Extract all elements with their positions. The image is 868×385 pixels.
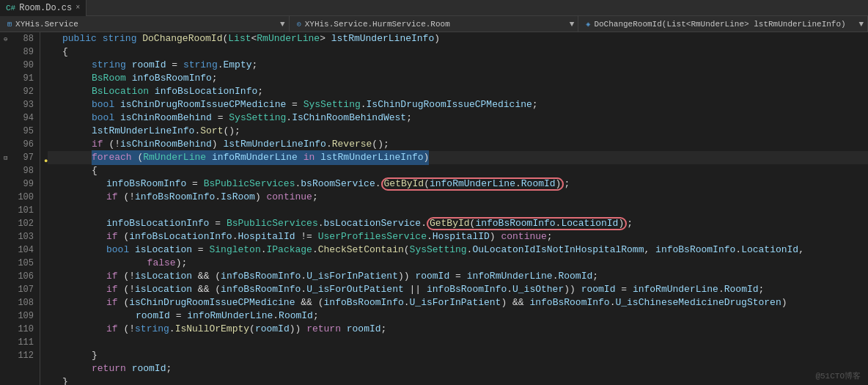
csharp-icon: C#	[6, 4, 15, 12]
line-number-111: 111	[0, 336, 40, 349]
class-dropdown-icon[interactable]: ▼	[570, 20, 575, 29]
line-number-88: ⊖88	[0, 32, 40, 45]
code-line-103: if (infoBsLocationInfo.HospitalId != Use…	[48, 230, 868, 243]
nav-namespace-text: XYHis.Service	[15, 20, 78, 29]
line-number-94: 94	[0, 111, 40, 125]
line-number-103: 103	[0, 230, 40, 243]
code-line-108: roomId = infoRmUnderLine.RoomId;	[48, 309, 868, 323]
code-line-91: BsRoom infoBsRoomInfo;	[48, 72, 868, 85]
code-line-105: if (!isLocation && (infoBsRoomInfo.U_isF…	[48, 270, 868, 283]
line-number-112: 112	[0, 349, 40, 362]
code-line-92: BsLocation infoBsLocationInfo;	[48, 85, 868, 98]
navigation-bar: ⊞ XYHis.Service ▼ ⊙ XYHis.Service.HurmSe…	[0, 16, 868, 32]
nav-class[interactable]: ⊙ XYHis.Service.HurmService.Room ▼	[290, 16, 579, 32]
line-number-102: 102	[0, 217, 40, 230]
code-line-99: infoBsRoomInfo = BsPublicServices.bsRoom…	[48, 177, 868, 191]
code-line-100: if (!infoBsRoomInfo.IsRoom) continue;	[48, 191, 868, 204]
title-bar: C# Room.Do.cs ×	[0, 0, 868, 16]
code-line-98: {	[48, 164, 868, 177]
code-line-104b: false);	[48, 257, 868, 270]
code-line-106: if (!isLocation && (infoBsRoomInfo.U_isF…	[48, 283, 868, 296]
code-line-90: string roomId = string.Empty;	[48, 59, 868, 72]
line-number-98: 98	[0, 164, 40, 177]
file-tab[interactable]: C# Room.Do.cs ×	[0, 0, 87, 16]
line-number-95: 95	[0, 125, 40, 138]
line-number-100: 100	[0, 191, 40, 204]
code-line-96: if (!isChinRoomBehind) lstRmUnderLineInf…	[48, 138, 868, 151]
line-number-105: 105	[0, 257, 40, 270]
method-icon: ◈	[586, 20, 590, 29]
line-number-93: 93	[0, 98, 40, 111]
code-line-97: ➤ ● foreach (RmUnderLine infoRmUnderLine…	[48, 151, 868, 164]
class-icon: ⊙	[297, 20, 301, 29]
code-line-88: public string DoChangeRoomId(List<RmUnde…	[48, 32, 868, 45]
namespace-dropdown-icon[interactable]: ▼	[280, 20, 285, 29]
namespace-icon: ⊞	[7, 20, 12, 29]
nav-method-text: DoChangeRoomId(List<RmUnderLine> lstRmUn…	[594, 20, 845, 29]
line-number-104: 104	[0, 243, 40, 257]
code-line-102: infoBsLocationInfo = BsPublicServices.bs…	[48, 217, 868, 230]
code-line-111: }	[48, 349, 868, 362]
code-content-area[interactable]: public string DoChangeRoomId(List<RmUnde…	[40, 32, 868, 385]
method-dropdown-icon[interactable]: ▼	[858, 20, 864, 29]
code-line-111b: return roomId;	[48, 362, 868, 375]
line-number-108: 108	[0, 296, 40, 309]
line-number-110: 110	[0, 323, 40, 336]
line-number-101: 101	[0, 204, 40, 217]
line-number-90: 90	[0, 59, 40, 72]
line-number-99: 99	[0, 177, 40, 191]
code-line-94: bool isChinRoomBehind = SysSetting.IsChi…	[48, 111, 868, 125]
code-line-101	[48, 204, 868, 217]
line-number-92: 92	[0, 85, 40, 98]
code-line-104: bool isLocation = Singleton.IPackage.Che…	[48, 243, 868, 257]
watermark-text: @51CTO博客	[815, 370, 861, 381]
tab-label: Room.Do.cs	[19, 3, 72, 13]
tab-close-button[interactable]: ×	[76, 4, 80, 12]
line-number-107: 107	[0, 283, 40, 296]
code-line-112: }	[48, 375, 868, 385]
line-numbers-gutter: ⊖88 89 90 91 92 93 94 95 96 ⊟97 98 99 10…	[0, 32, 40, 385]
line-number-96: 96	[0, 138, 40, 151]
code-line-109: if (!string.IsNullOrEmpty(roomId)) retur…	[48, 323, 868, 336]
line-number-106: 106	[0, 270, 40, 283]
nav-method[interactable]: ◈ DoChangeRoomId(List<RmUnderLine> lstRm…	[578, 16, 868, 32]
nav-class-text: XYHis.Service.HurmService.Room	[305, 20, 450, 29]
line-number-97: ⊟97	[0, 151, 40, 164]
code-line-110	[48, 336, 868, 349]
code-line-93: bool isChinDrugRoomIssueCPMedicine = Sys…	[48, 98, 868, 111]
nav-namespace[interactable]: ⊞ XYHis.Service ▼	[0, 16, 290, 32]
code-line-89: {	[48, 45, 868, 59]
code-editor: ⊖88 89 90 91 92 93 94 95 96 ⊟97 98 99 10…	[0, 32, 868, 385]
line-number-89: 89	[0, 45, 40, 59]
line-number-91: 91	[0, 72, 40, 85]
code-line-107: if (isChinDrugRoomIssueCPMedicine && (in…	[48, 296, 868, 309]
line-number-109: 109	[0, 309, 40, 323]
code-line-95: lstRmUnderLineInfo.Sort();	[48, 125, 868, 138]
